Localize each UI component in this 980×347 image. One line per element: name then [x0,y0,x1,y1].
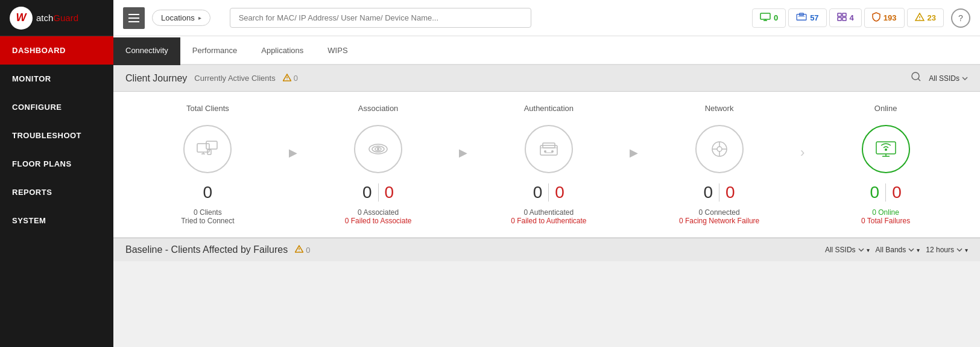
badge-grid-count: 4 [850,13,854,22]
stage-total-label2: Tried to Connect [181,217,234,225]
ssid-filter[interactable]: All SSIDs [825,246,870,254]
svg-rect-0 [760,13,770,19]
badge-alert[interactable]: 23 [907,8,944,27]
stage-net-label2: 0 Facing Network Failure [679,217,759,225]
stage-network-labels: 0 Connected 0 Facing Network Failure [679,208,759,225]
monitor-icon [760,13,771,24]
badge-devices[interactable]: 57 [788,8,826,27]
alert-count: 0 [294,74,298,83]
logo: W atchGuard [0,0,113,36]
client-journey-card: Total Clients 0 0 Clients Tried to Conne… [113,92,980,238]
svg-rect-19 [206,141,217,149]
sidebar-item-configure[interactable]: CONFIGURE [0,93,113,121]
help-button[interactable]: ? [951,8,970,28]
stage-auth-label2: 0 Failed to Authenticate [511,217,586,225]
journey-flow: Total Clients 0 0 Clients Tried to Conne… [113,92,980,237]
arrow-2: ▶ [454,146,472,159]
svg-rect-7 [842,13,846,16]
arrow-1: ▶ [284,146,302,159]
svg-rect-9 [842,18,846,21]
section-search-button[interactable] [911,71,922,85]
tab-connectivity[interactable]: Connectivity [113,37,180,65]
logo-circle: W [10,7,33,30]
sidebar-item-troubleshoot[interactable]: TROUBLESHOOT [0,121,113,150]
stage-association-numbers: 0 0 [362,183,394,202]
badge-shield[interactable]: 193 [864,8,905,28]
arrow-right-chevron[interactable]: › [795,145,809,161]
stage-total-count: 0 [203,183,213,202]
stage-net-secondary: 0 [726,183,735,202]
bands-filter-label: All Bands [876,246,906,254]
time-filter-label: 12 hours [926,246,954,254]
stage-auth-primary: 0 [533,183,543,202]
svg-point-29 [551,150,554,153]
tab-performance[interactable]: Performance [180,37,249,65]
badge-devices-count: 57 [810,13,818,22]
baseline-alert: 0 [295,245,310,255]
search-input[interactable] [230,8,531,28]
badge-grid[interactable]: 4 [829,8,862,27]
stage-online-secondary: 0 [892,183,902,202]
stage-auth-secondary: 0 [555,183,564,202]
stage-auth-icon-wrap [525,125,573,173]
location-selector[interactable]: Locations [152,10,210,26]
stage-network-title: Network [705,104,734,113]
stage-assoc-primary: 0 [362,183,372,202]
section-header-right: All SSIDs [911,71,968,85]
stage-authentication: Authentication 0 0 0 Authenticated 0 Fai… [472,104,625,225]
baseline-warning-icon [295,245,303,255]
sidebar: W atchGuard DASHBOARD MONITOR CONFIGURE … [0,0,113,347]
stage-auth-numbers: 0 0 [533,183,564,202]
logo-icon: W [16,11,27,24]
sidebar-item-dashboard[interactable]: DASHBOARD [0,36,113,65]
hamburger-icon [128,14,139,22]
alert-icon [915,13,925,23]
stage-online-numbers: 0 0 [870,183,902,202]
ssid-dropdown[interactable]: All SSIDs [929,74,968,83]
baseline-title: Baseline - Clients Affected by Failures [125,244,288,255]
baseline-filters: All SSIDs All Bands 12 hours [825,246,968,254]
stage-total-title: Total Clients [186,104,229,113]
stage-network-icon-wrap [695,125,744,173]
stage-total-labels: 0 Clients Tried to Connect [181,208,234,225]
svg-point-24 [377,148,379,150]
badge-shield-count: 193 [884,13,897,22]
client-journey-subtitle: Currently Active Clients [194,74,275,83]
svg-point-38 [885,148,887,151]
hamburger-button[interactable] [123,7,145,29]
stage-assoc-secondary: 0 [385,183,394,202]
bands-filter[interactable]: All Bands [876,246,920,254]
stage-auth-title: Authentication [524,104,574,113]
tab-bar: Connectivity Performance Applications WI… [113,36,980,65]
baseline-section: Baseline - Clients Affected by Failures … [113,238,980,261]
arrow-3: ▶ [625,146,643,159]
main-content: Locations 0 57 [113,0,980,347]
stage-total-icon-wrap [183,125,232,173]
stage-association: Association 0 0 0 Associated 0 Failed to… [302,104,455,225]
sidebar-item-floor-plans[interactable]: FLOOR PLANS [0,150,113,178]
warning-icon [283,74,291,83]
status-icons: 0 57 4 [752,8,970,28]
grid-icon [837,13,847,23]
sidebar-item-system[interactable]: SYSTEM [0,206,113,235]
tab-wips[interactable]: WIPS [315,37,359,65]
stage-network: Network 0 0 0 Connected 0 Facing Network… [643,104,795,225]
stage-auth-label1: 0 Authenticated [511,208,586,217]
client-journey-title: Client Journey [125,73,187,84]
badge-online[interactable]: 0 [752,8,786,28]
stage-online: Online 0 0 0 Online 0 Total Failures [809,104,962,225]
stage-association-title: Association [358,104,398,113]
tab-applications[interactable]: Applications [249,37,315,65]
content-area: Client Journey Currently Active Clients … [113,65,980,347]
client-journey-header: Client Journey Currently Active Clients … [113,65,980,92]
shield-icon [872,12,880,24]
total-clients-icon [197,141,218,158]
sidebar-item-monitor[interactable]: MONITOR [0,65,113,93]
svg-point-28 [544,150,546,153]
sidebar-item-reports[interactable]: REPORTS [0,178,113,206]
time-filter[interactable]: 12 hours [926,246,968,254]
svg-point-32 [717,147,722,151]
svg-point-14 [912,72,919,80]
stage-association-icon-wrap [354,125,402,173]
stage-online-labels: 0 Online 0 Total Failures [861,208,910,225]
